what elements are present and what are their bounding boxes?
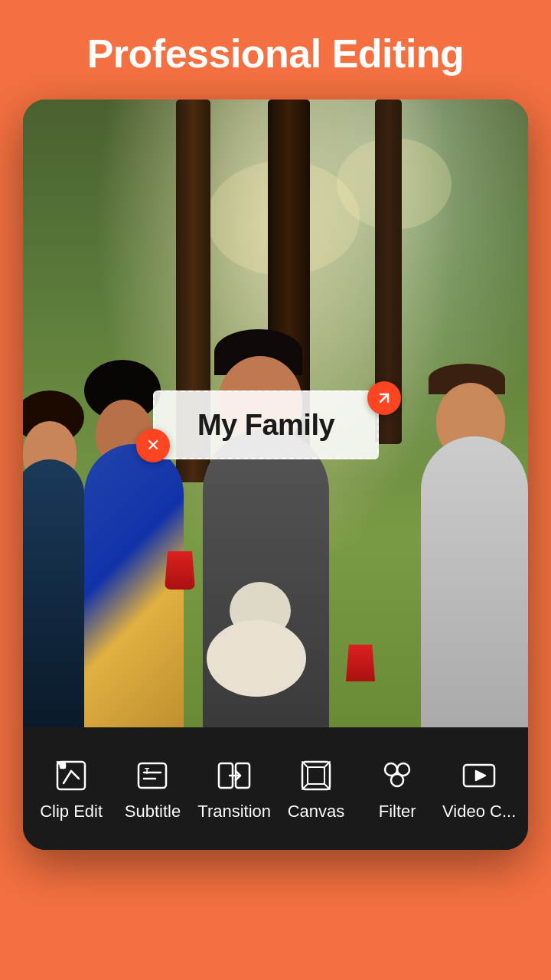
- bottom-toolbar: Clip Edit T Subtitle: [23, 727, 528, 850]
- clip-edit-icon: [51, 756, 91, 795]
- clip-edit-label: Clip Edit: [40, 802, 103, 822]
- canvas-label: Canvas: [288, 802, 345, 822]
- overlay-text: My Family: [197, 409, 334, 442]
- subtitle-icon: T: [132, 756, 172, 795]
- person-4-body: [421, 436, 528, 727]
- svg-marker-23: [476, 771, 485, 780]
- subtitle-label: Subtitle: [125, 802, 181, 822]
- svg-line-0: [380, 394, 388, 402]
- svg-rect-6: [139, 763, 166, 788]
- svg-line-3: [71, 771, 79, 779]
- red-cup-2: [346, 645, 375, 681]
- video-clip-label: Video C...: [442, 802, 516, 822]
- filter-label: Filter: [379, 802, 416, 822]
- svg-rect-5: [60, 763, 65, 768]
- red-cup-1: [165, 551, 195, 590]
- app-container: Professional Editing: [0, 0, 551, 980]
- header-title: Professional Editing: [23, 31, 528, 77]
- svg-point-21: [391, 774, 403, 786]
- filter-icon: [377, 756, 417, 795]
- dog-body: [207, 620, 306, 697]
- toolbar-item-subtitle[interactable]: T Subtitle: [116, 756, 189, 822]
- toolbar-item-canvas[interactable]: Canvas: [279, 756, 352, 822]
- toolbar-item-transition[interactable]: Transition: [197, 756, 271, 822]
- person-4: [421, 368, 528, 727]
- resize-handle[interactable]: [367, 381, 401, 415]
- dog: [191, 582, 321, 697]
- text-overlay-box[interactable]: My Family: [153, 390, 379, 459]
- canvas-icon: [296, 756, 336, 795]
- toolbar-item-video-clip[interactable]: Video C...: [442, 756, 516, 822]
- toolbar-item-filter[interactable]: Filter: [361, 756, 434, 822]
- video-clip-icon: [459, 756, 499, 795]
- toolbar-item-clip-edit[interactable]: Clip Edit: [35, 756, 108, 822]
- delete-handle[interactable]: ✕: [136, 429, 170, 462]
- svg-line-2: [64, 771, 71, 783]
- svg-rect-14: [308, 767, 324, 784]
- transition-label: Transition: [197, 802, 271, 822]
- svg-text:T: T: [145, 767, 149, 776]
- transition-icon: [214, 756, 254, 795]
- video-area[interactable]: My Family ✕: [23, 100, 528, 727]
- phone-mockup: My Family ✕: [23, 100, 528, 850]
- phone-area: My Family ✕: [0, 100, 551, 980]
- header: Professional Editing: [0, 0, 551, 100]
